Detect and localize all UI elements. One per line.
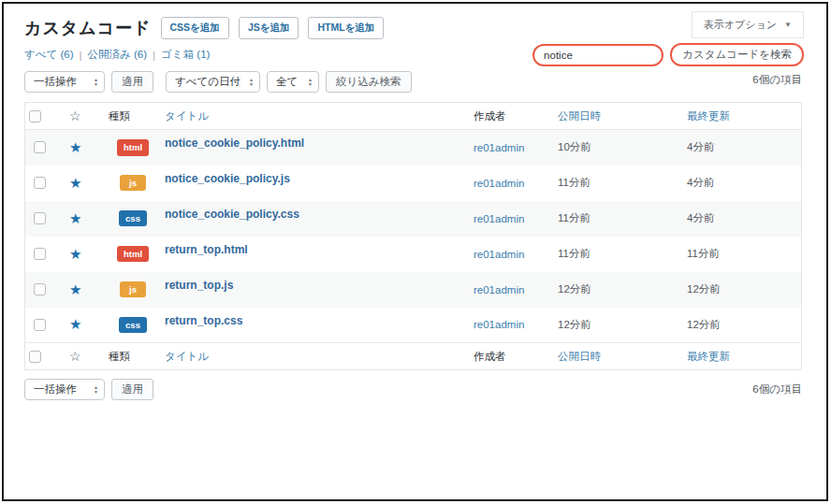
column-header-title[interactable]: タイトル (165, 351, 209, 362)
type-badge: js (120, 175, 146, 192)
apply-button-bottom[interactable]: 適用 (111, 379, 153, 400)
row-checkbox[interactable] (34, 319, 46, 331)
column-header-type: 種類 (105, 103, 161, 130)
type-filter-select[interactable]: 全て ▲▼ (267, 71, 319, 93)
row-title-link[interactable]: return_top.css (165, 314, 242, 327)
favorite-star-icon[interactable]: ★ (69, 281, 81, 297)
author-link[interactable]: re01admin (474, 319, 524, 330)
author-link[interactable]: re01admin (474, 249, 524, 260)
filter-all-link[interactable]: すべて (6) (24, 48, 74, 62)
table-row: ★ js notice_cookie_policy.js re01admin 1… (25, 166, 802, 201)
row-title-link[interactable]: return_top.html (165, 243, 248, 256)
type-badge: js (120, 281, 146, 298)
title-row: カスタムコード CSSを追加 JSを追加 HTMLを追加 (24, 17, 802, 39)
dates-filter-select[interactable]: すべての日付 ▲▼ (166, 71, 260, 93)
main-content: カスタムコード CSSを追加 JSを追加 HTMLを追加 すべて (6) | 公… (4, 4, 826, 400)
star-column-icon[interactable]: ☆ (69, 108, 81, 123)
items-count-bottom: 6個の項目 (752, 382, 802, 396)
row-title-link[interactable]: return_top.js (165, 279, 233, 292)
updated-time: 4分前 (687, 212, 714, 223)
add-css-button[interactable]: CSSを追加 (161, 17, 229, 39)
status-filter-links: すべて (6) | 公開済み (6) | ゴミ箱 (1) (24, 48, 802, 62)
published-time: 10分前 (558, 141, 591, 152)
column-header-published[interactable]: 公開日時 (558, 110, 601, 122)
published-time: 11分前 (558, 212, 590, 223)
published-time: 11分前 (558, 177, 590, 188)
table-footer-header: ☆ 種類 タイトル 作成者 公開日時 最終更新 (25, 343, 802, 370)
column-header-title[interactable]: タイトル (165, 110, 209, 122)
filter-trash-link[interactable]: ゴミ箱 (1) (161, 48, 210, 62)
updated-time: 4分前 (687, 177, 714, 188)
table-body: ★ html notice_cookie_policy.html re01adm… (25, 130, 802, 343)
column-header-type: 種類 (105, 343, 161, 370)
bulk-action-select-bottom[interactable]: 一括操作 ▲▼ (24, 379, 105, 400)
favorite-star-icon[interactable]: ★ (69, 210, 81, 226)
updown-arrows-icon: ▲▼ (249, 78, 254, 86)
row-checkbox[interactable] (34, 141, 46, 153)
updated-time: 11分前 (687, 248, 720, 259)
filter-button[interactable]: 絞り込み検索 (326, 71, 412, 93)
type-badge: css (119, 210, 147, 227)
table-row: ★ js return_top.js re01admin 12分前 12分前 (25, 272, 802, 308)
author-link[interactable]: re01admin (474, 178, 524, 189)
column-header-updated[interactable]: 最終更新 (687, 110, 730, 122)
row-title-link[interactable]: notice_cookie_policy.js (165, 172, 290, 185)
dates-filter-label: すべての日付 (175, 75, 241, 89)
author-link[interactable]: re01admin (474, 213, 524, 224)
row-title-link[interactable]: notice_cookie_policy.css (165, 208, 299, 221)
apply-button[interactable]: 適用 (111, 71, 153, 93)
updated-time: 12分前 (687, 319, 721, 330)
author-link[interactable]: re01admin (474, 142, 524, 153)
column-header-author: 作成者 (470, 343, 554, 370)
author-link[interactable]: re01admin (474, 284, 524, 295)
add-js-button[interactable]: JSを追加 (239, 17, 299, 39)
updown-arrows-icon: ▲▼ (308, 78, 313, 86)
add-html-button[interactable]: HTMLを追加 (308, 17, 384, 39)
favorite-star-icon[interactable]: ★ (69, 316, 81, 332)
separator: | (153, 50, 155, 61)
bulk-action-label: 一括操作 (34, 382, 77, 396)
updown-arrows-icon: ▲▼ (94, 385, 98, 394)
favorite-star-icon[interactable]: ★ (69, 175, 81, 191)
table-row: ★ html notice_cookie_policy.html re01adm… (25, 130, 802, 166)
type-filter-label: 全て (276, 75, 298, 89)
custom-code-table: ☆ 種類 タイトル 作成者 公開日時 最終更新 ★ html notice_co… (24, 102, 802, 370)
type-badge: css (119, 317, 147, 334)
row-checkbox[interactable] (34, 177, 46, 189)
column-header-author: 作成者 (470, 103, 554, 130)
page-title: カスタムコード (24, 17, 152, 39)
favorite-star-icon[interactable]: ★ (69, 246, 81, 262)
row-checkbox[interactable] (34, 212, 46, 224)
separator: | (80, 50, 82, 61)
row-title-link[interactable]: notice_cookie_policy.html (165, 137, 304, 150)
star-column-icon[interactable]: ☆ (69, 349, 81, 364)
page-frame: 表示オプション ▼ カスタムコードを検索 6個の項目 カスタムコード CSSを追… (2, 2, 828, 501)
type-badge: html (117, 246, 149, 263)
table-header: ☆ 種類 タイトル 作成者 公開日時 最終更新 (25, 103, 802, 130)
updated-time: 12分前 (687, 283, 721, 295)
bottom-toolbar: 一括操作 ▲▼ 適用 6個の項目 (24, 379, 802, 400)
row-checkbox[interactable] (34, 248, 46, 260)
top-toolbar: 一括操作 ▲▼ 適用 すべての日付 ▲▼ 全て ▲▼ 絞り込み検索 (24, 71, 802, 93)
updown-arrows-icon: ▲▼ (94, 78, 98, 86)
select-all-checkbox[interactable] (29, 351, 41, 363)
select-all-checkbox[interactable] (29, 110, 41, 122)
table-row: ★ css notice_cookie_policy.css re01admin… (25, 201, 802, 237)
published-time: 12分前 (558, 283, 591, 295)
table-row: ★ html return_top.html re01admin 11分前 11… (25, 237, 802, 272)
published-time: 11分前 (558, 248, 590, 259)
filter-published-link[interactable]: 公開済み (6) (88, 48, 148, 62)
published-time: 12分前 (558, 319, 591, 330)
type-badge: html (117, 139, 149, 156)
column-header-updated[interactable]: 最終更新 (687, 351, 730, 362)
table-row: ★ css return_top.css re01admin 12分前 12分前 (25, 308, 802, 343)
row-checkbox[interactable] (34, 283, 46, 295)
bulk-action-select[interactable]: 一括操作 ▲▼ (24, 71, 105, 93)
favorite-star-icon[interactable]: ★ (69, 139, 81, 155)
updated-time: 4分前 (687, 141, 714, 152)
bulk-action-label: 一括操作 (34, 75, 77, 89)
column-header-published[interactable]: 公開日時 (558, 351, 601, 362)
